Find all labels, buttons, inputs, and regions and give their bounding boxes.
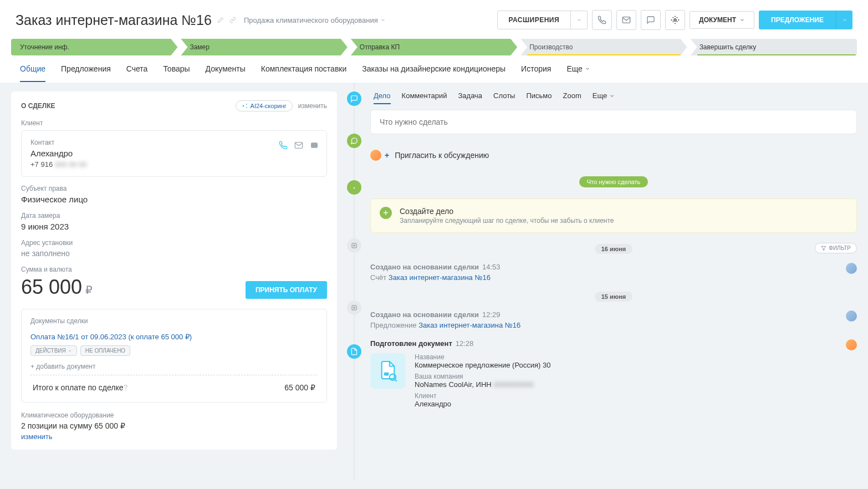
chat-icon[interactable]	[641, 10, 661, 30]
svg-rect-6	[311, 142, 318, 147]
doc-node-icon	[347, 344, 361, 359]
contact-chat-icon[interactable]	[310, 141, 319, 150]
tab-history[interactable]: История	[521, 64, 551, 82]
offer-dropdown[interactable]	[836, 11, 852, 29]
hint-plus-icon: +	[380, 207, 392, 219]
rtab-mail[interactable]: Письмо	[526, 91, 552, 104]
event-3: Подготовлен документ12:28 Название Комме…	[370, 339, 857, 411]
stage-1[interactable]: Уточнение инф.	[11, 39, 177, 55]
accept-payment-button[interactable]: ПРИНЯТЬ ОПЛАТУ	[246, 281, 327, 299]
tab-accounts[interactable]: Счета	[126, 64, 148, 82]
event-1: Создано на основании сделки14:53 Счёт За…	[370, 263, 857, 282]
doc-name-label: Название	[415, 353, 550, 361]
filter-badge[interactable]: ФИЛЬТР	[815, 243, 857, 253]
scoring-tag[interactable]: AI24-скоринг	[236, 100, 293, 111]
tab-more[interactable]: Еще	[566, 64, 590, 82]
rtab-zoom[interactable]: Zoom	[563, 91, 581, 104]
date-1: 16 июня	[595, 244, 633, 254]
tab-products[interactable]: Товары	[163, 64, 190, 82]
total-label: Итого к оплате по сделке?	[33, 383, 127, 392]
doc-company-value: NoNames CoolAir, ИНН 0000000000	[415, 380, 550, 389]
stage-bar: Уточнение инф. Замер Отправка КП Произво…	[0, 39, 868, 57]
doc-client-label: Клиент	[415, 392, 550, 400]
phone-call-icon[interactable]	[279, 141, 288, 150]
add-document[interactable]: + добавить документ	[30, 363, 318, 375]
rtab-slots[interactable]: Слоты	[493, 91, 515, 104]
total-value: 65 000 ₽	[284, 383, 315, 392]
plus-node-icon	[347, 238, 361, 253]
info-node-icon	[347, 180, 361, 195]
rtab-comment[interactable]: Комментарий	[402, 91, 447, 104]
edit-icon[interactable]	[217, 17, 224, 23]
address-label: Адрес установки	[21, 239, 327, 247]
tab-supply[interactable]: Комплектация поставки	[261, 64, 347, 82]
payment-doc-link[interactable]: Оплата №16/1 от 09.06.2023 (к оплате 65 …	[30, 333, 318, 341]
contact-card[interactable]: Контакт Алехандро +7 916 000 00 00	[21, 130, 327, 177]
amount-label: Сумма и валюта	[21, 266, 327, 273]
hint-card[interactable]: + Создайте дело Запланируйте следующий ш…	[370, 198, 857, 233]
comment-node-icon	[347, 134, 361, 148]
invite-avatar-icon	[370, 150, 381, 161]
doc-name-value: Коммерческое предложение (Россия) 30	[415, 361, 550, 369]
right-panel: Дело Комментарий Задача Слоты Письмо Zoo…	[337, 83, 868, 480]
document-button[interactable]: ДОКУМЕНТ	[690, 11, 754, 29]
chat-node-icon	[347, 91, 361, 106]
svg-point-2	[242, 105, 244, 107]
contact-mail-icon[interactable]	[294, 141, 303, 150]
avatar-icon	[846, 339, 857, 350]
equip-line: 2 позиции на сумму 65 000 ₽	[21, 421, 327, 430]
extensions-button[interactable]: РАСШИРЕНИЯ	[497, 11, 571, 29]
subject-label: Субъект права	[21, 185, 327, 192]
invite-row[interactable]: + Пригласить к обсуждению	[370, 150, 857, 161]
deal-direction[interactable]: Продажа климатического оборудования	[244, 16, 386, 24]
tab-general[interactable]: Общие	[20, 64, 45, 82]
hint-text: Запланируйте следующий шаг по сделке, чт…	[400, 217, 614, 225]
tab-bar: Общие Предложения Счета Товары Документы…	[0, 57, 868, 83]
actions-badge[interactable]: ДЕЙСТВИЯ	[30, 345, 77, 356]
contact-label: Контакт	[30, 139, 318, 146]
plus-node-icon-2	[347, 300, 361, 315]
todo-input[interactable]	[370, 110, 857, 134]
gear-icon[interactable]	[665, 10, 685, 30]
mail-icon[interactable]	[616, 10, 636, 30]
stage-5[interactable]: Завершить сделку	[691, 39, 857, 55]
svg-point-1	[674, 19, 676, 21]
hint-title: Создайте дело	[400, 207, 614, 216]
phone-icon[interactable]	[592, 10, 612, 30]
equip-edit[interactable]: изменить	[21, 432, 53, 441]
event-1-link[interactable]: Заказ интернет-магазина №16	[389, 273, 491, 282]
invite-plus-icon: +	[385, 151, 389, 160]
doc-client-value: Алехандро	[415, 400, 550, 408]
link-icon[interactable]	[229, 17, 236, 23]
unpaid-badge: НЕ ОПЛАЧЕНО	[80, 345, 130, 356]
todo-pill: Что нужно сделать	[579, 176, 648, 187]
stage-4[interactable]: Производство	[520, 39, 687, 55]
rtab-more[interactable]: Еще	[593, 91, 615, 104]
scoring-change[interactable]: изменить	[298, 102, 327, 110]
svg-line-18	[395, 380, 397, 381]
measure-date-value: 9 июня 2023	[21, 222, 327, 231]
svg-point-4	[246, 107, 247, 108]
date-2: 15 июня	[595, 292, 633, 302]
tab-offers[interactable]: Предложения	[61, 64, 111, 82]
header: Заказ интернет-магазина №16 Продажа клим…	[0, 0, 868, 39]
left-panel: О СДЕЛКЕ AI24-скоринг изменить Клиент Ко…	[0, 83, 337, 480]
currency-icon: ₽	[85, 284, 93, 296]
tab-orders[interactable]: Заказы на дизайнерские кондиционеры	[362, 64, 506, 82]
tab-documents[interactable]: Документы	[206, 64, 246, 82]
offer-button[interactable]: ПРЕДЛОЖЕНИЕ	[759, 11, 836, 29]
extensions-dropdown[interactable]	[571, 11, 588, 29]
client-label: Клиент	[21, 119, 327, 127]
rtab-deal[interactable]: Дело	[374, 91, 391, 104]
rtab-task[interactable]: Задача	[458, 91, 482, 104]
contact-name: Алехандро	[30, 149, 318, 158]
docs-label: Документы сделки	[30, 317, 318, 325]
stage-3[interactable]: Отправка КП	[351, 39, 517, 55]
deal-title[interactable]: Заказ интернет-магазина №16	[16, 12, 212, 28]
stage-2[interactable]: Замер	[181, 39, 347, 55]
contact-phone[interactable]: +7 916 000 00 00	[30, 160, 318, 169]
amount-value: 65 000	[21, 276, 82, 298]
avatar-icon	[846, 263, 857, 274]
doc-thumb-icon[interactable]	[370, 353, 406, 389]
event-2-link[interactable]: Заказ интернет-магазина №16	[418, 321, 520, 329]
